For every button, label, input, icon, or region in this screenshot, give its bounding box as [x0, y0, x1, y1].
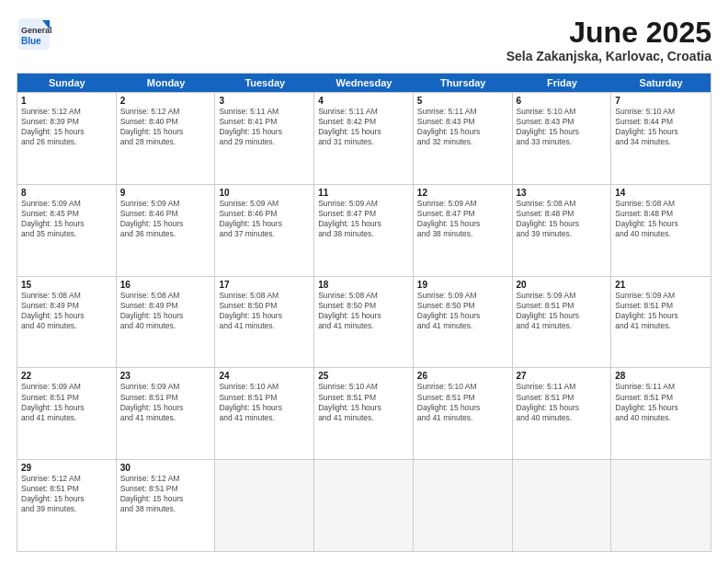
- cell-16: 16 Sunrise: 5:08 AM Sunset: 8:49 PM Dayl…: [117, 277, 216, 368]
- page: General Blue June 2025 Sela Zakanjska, K…: [0, 0, 728, 563]
- cell-24: 24 Sunrise: 5:10 AM Sunset: 8:51 PM Dayl…: [215, 368, 314, 459]
- cell-empty-5: [611, 460, 711, 551]
- cell-15: 15 Sunrise: 5:08 AM Sunset: 8:49 PM Dayl…: [17, 277, 117, 368]
- cell-20: 20 Sunrise: 5:09 AM Sunset: 8:51 PM Dayl…: [513, 277, 612, 368]
- cell-25: 25 Sunrise: 5:10 AM Sunset: 8:51 PM Dayl…: [314, 368, 414, 459]
- calendar-body: 1 Sunrise: 5:12 AM Sunset: 8:39 PM Dayli…: [17, 92, 711, 551]
- cell-empty-3: [414, 460, 513, 551]
- week-row-2: 8 Sunrise: 5:09 AM Sunset: 8:45 PM Dayli…: [17, 184, 711, 276]
- header-tuesday: Tuesday: [215, 74, 314, 92]
- cell-2: 2 Sunrise: 5:12 AM Sunset: 8:40 PM Dayli…: [117, 93, 216, 184]
- cell-13: 13 Sunrise: 5:08 AM Sunset: 8:48 PM Dayl…: [513, 185, 612, 276]
- cell-21: 21 Sunrise: 5:09 AM Sunset: 8:51 PM Dayl…: [611, 277, 711, 368]
- calendar-header: Sunday Monday Tuesday Wednesday Thursday…: [17, 74, 711, 92]
- cell-30: 30 Sunrise: 5:12 AM Sunset: 8:51 PM Dayl…: [117, 460, 216, 551]
- cell-1: 1 Sunrise: 5:12 AM Sunset: 8:39 PM Dayli…: [17, 93, 117, 184]
- cell-18: 18 Sunrise: 5:08 AM Sunset: 8:50 PM Dayl…: [314, 277, 414, 368]
- svg-text:Blue: Blue: [21, 36, 41, 46]
- header-monday: Monday: [117, 74, 216, 92]
- title-block: June 2025 Sela Zakanjska, Karlovac, Croa…: [506, 17, 711, 63]
- logo-icon: General Blue: [17, 17, 51, 52]
- cell-8: 8 Sunrise: 5:09 AM Sunset: 8:45 PM Dayli…: [17, 185, 117, 276]
- header-sunday: Sunday: [17, 74, 117, 92]
- cell-empty-2: [314, 460, 414, 551]
- week-row-3: 15 Sunrise: 5:08 AM Sunset: 8:49 PM Dayl…: [17, 276, 711, 368]
- week-row-5: 29 Sunrise: 5:12 AM Sunset: 8:51 PM Dayl…: [17, 459, 711, 551]
- header: General Blue June 2025 Sela Zakanjska, K…: [17, 17, 711, 63]
- main-title: June 2025: [506, 17, 711, 49]
- cell-10: 10 Sunrise: 5:09 AM Sunset: 8:46 PM Dayl…: [215, 185, 314, 276]
- cell-19: 19 Sunrise: 5:09 AM Sunset: 8:50 PM Dayl…: [414, 277, 513, 368]
- cell-7: 7 Sunrise: 5:10 AM Sunset: 8:44 PM Dayli…: [611, 93, 711, 184]
- cell-28: 28 Sunrise: 5:11 AM Sunset: 8:51 PM Dayl…: [611, 368, 711, 459]
- cell-23: 23 Sunrise: 5:09 AM Sunset: 8:51 PM Dayl…: [117, 368, 216, 459]
- cell-3: 3 Sunrise: 5:11 AM Sunset: 8:41 PM Dayli…: [215, 93, 314, 184]
- svg-text:General: General: [21, 26, 51, 35]
- calendar: Sunday Monday Tuesday Wednesday Thursday…: [17, 73, 711, 552]
- week-row-1: 1 Sunrise: 5:12 AM Sunset: 8:39 PM Dayli…: [17, 92, 711, 184]
- header-friday: Friday: [513, 74, 612, 92]
- header-thursday: Thursday: [414, 74, 513, 92]
- cell-5: 5 Sunrise: 5:11 AM Sunset: 8:43 PM Dayli…: [414, 93, 513, 184]
- cell-empty-1: [215, 460, 314, 551]
- cell-12: 12 Sunrise: 5:09 AM Sunset: 8:47 PM Dayl…: [414, 185, 513, 276]
- cell-14: 14 Sunrise: 5:08 AM Sunset: 8:48 PM Dayl…: [611, 185, 711, 276]
- cell-9: 9 Sunrise: 5:09 AM Sunset: 8:46 PM Dayli…: [117, 185, 216, 276]
- header-wednesday: Wednesday: [314, 74, 414, 92]
- week-row-4: 22 Sunrise: 5:09 AM Sunset: 8:51 PM Dayl…: [17, 367, 711, 459]
- logo: General Blue: [17, 17, 51, 52]
- cell-26: 26 Sunrise: 5:10 AM Sunset: 8:51 PM Dayl…: [414, 368, 513, 459]
- subtitle: Sela Zakanjska, Karlovac, Croatia: [506, 49, 711, 63]
- cell-empty-4: [513, 460, 612, 551]
- cell-6: 6 Sunrise: 5:10 AM Sunset: 8:43 PM Dayli…: [513, 93, 612, 184]
- header-saturday: Saturday: [611, 74, 711, 92]
- cell-29: 29 Sunrise: 5:12 AM Sunset: 8:51 PM Dayl…: [17, 460, 117, 551]
- cell-4: 4 Sunrise: 5:11 AM Sunset: 8:42 PM Dayli…: [314, 93, 414, 184]
- cell-22: 22 Sunrise: 5:09 AM Sunset: 8:51 PM Dayl…: [17, 368, 117, 459]
- cell-17: 17 Sunrise: 5:08 AM Sunset: 8:50 PM Dayl…: [215, 277, 314, 368]
- cell-11: 11 Sunrise: 5:09 AM Sunset: 8:47 PM Dayl…: [314, 185, 414, 276]
- cell-27: 27 Sunrise: 5:11 AM Sunset: 8:51 PM Dayl…: [513, 368, 612, 459]
